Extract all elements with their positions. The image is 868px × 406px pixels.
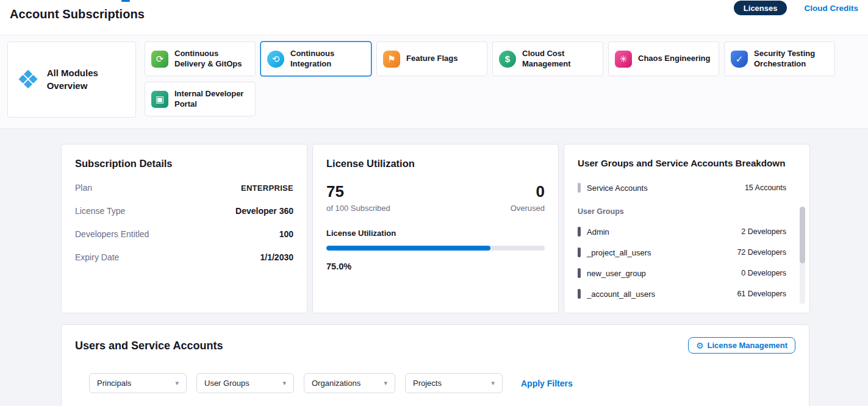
projects-select[interactable]: Projects ▾ <box>405 373 503 393</box>
utilization-progress-fill <box>326 246 490 251</box>
license-utilization-title: License Utilization <box>326 158 545 169</box>
licenses-button[interactable]: Licenses <box>734 1 787 15</box>
users-and-service-accounts-card: Users and Service Accounts ⚙ License Man… <box>61 324 809 406</box>
subscribed-caption: of 100 Subscribed <box>326 204 390 213</box>
page-header: Account Subscriptions Licenses Cloud Cre… <box>0 0 868 35</box>
row-value: 100 <box>279 229 293 239</box>
utilization-percent: 75.0% <box>326 262 545 271</box>
chevron-down-icon: ▾ <box>384 379 387 387</box>
row-value: ENTERPRISE <box>241 183 293 193</box>
ci-icon: ⟲ <box>267 51 284 68</box>
principals-select-label: Principals <box>97 379 131 388</box>
user-group-row: new_user_group 0 Developers <box>578 268 796 278</box>
module-card-label: Continuous Integration <box>290 49 365 69</box>
subscribed-stat: 75 of 100 Subscribed <box>326 183 390 213</box>
module-card-cloud-cost[interactable]: $ Cloud Cost Management <box>492 41 603 76</box>
overused-caption: Overused <box>511 204 545 213</box>
users-section-title: Users and Service Accounts <box>75 340 795 352</box>
module-card-internal-dev-portal[interactable]: ▣ Internal Developer Portal <box>145 82 256 116</box>
user-group-row: _project_all_users 72 Developers <box>578 248 796 257</box>
subscription-details-card: Subscription Details Plan ENTERPRISE Lic… <box>61 144 307 313</box>
module-card-label: Internal Developer Portal <box>174 89 249 110</box>
service-accounts-bar-icon <box>578 183 581 193</box>
organizations-select-label: Organizations <box>312 379 360 388</box>
module-card-continuous-delivery[interactable]: ⟳ Continuous Delivery & GitOps <box>145 41 256 76</box>
modules-band: ❖ All Modules Overview ⟳ Continuous Deli… <box>0 35 868 129</box>
subscription-row: Developers Entitled 100 <box>75 229 293 239</box>
user-groups-select[interactable]: User Groups ▾ <box>196 373 294 393</box>
row-label: License Type <box>75 206 125 216</box>
overused-count: 0 <box>511 183 545 201</box>
user-group-name: Admin <box>587 227 741 237</box>
utilization-bar-label: License Utilization <box>326 229 545 238</box>
all-modules-label: All Modules Overview <box>47 67 103 92</box>
user-group-name: _account_all_users <box>587 290 737 299</box>
license-management-button[interactable]: ⚙ License Management <box>688 337 795 354</box>
filters-row: Principals ▾ User Groups ▾ Organizations… <box>89 373 795 393</box>
principals-select[interactable]: Principals ▾ <box>89 373 187 393</box>
module-card-continuous-integration[interactable]: ⟲ Continuous Integration <box>260 41 371 76</box>
breadcrumb-fragment[interactable] <box>121 0 130 2</box>
module-card-label: Cloud Cost Management <box>522 49 597 69</box>
row-value: Developer 360 <box>235 206 293 216</box>
user-group-name: _project_all_users <box>587 248 737 257</box>
subscription-row: Expiry Date 1/1/2030 <box>75 252 293 262</box>
chevron-down-icon: ▾ <box>175 379 179 387</box>
utilization-progress-track <box>326 246 545 251</box>
user-group-count: 2 Developers <box>741 227 786 236</box>
license-utilization-card: License Utilization 75 of 100 Subscribed… <box>312 144 559 313</box>
organizations-select[interactable]: Organizations ▾ <box>304 373 395 393</box>
service-accounts-row: Service Accounts 15 Accounts <box>578 183 796 193</box>
main-content: Subscription Details Plan ENTERPRISE Lic… <box>0 130 868 406</box>
breakdown-scrollbar[interactable] <box>800 207 805 304</box>
module-cards: ⟳ Continuous Delivery & GitOps ⟲ Continu… <box>145 41 840 116</box>
cd-gitops-icon: ⟳ <box>151 51 168 68</box>
all-modules-overview-card[interactable]: ❖ All Modules Overview <box>7 41 136 118</box>
user-group-row: _account_all_users 61 Developers <box>578 289 796 299</box>
module-card-label: Continuous Delivery & GitOps <box>174 49 249 69</box>
user-group-count: 72 Developers <box>737 248 786 257</box>
row-label: Developers Entitled <box>75 229 149 239</box>
breakdown-title: User Groups and Service Accounts Breakdo… <box>578 158 796 168</box>
page-title: Account Subscriptions <box>10 7 145 21</box>
chevron-down-icon: ▾ <box>282 379 286 387</box>
user-group-count: 0 Developers <box>741 269 786 277</box>
gear-icon: ⚙ <box>696 341 704 350</box>
subscription-row: License Type Developer 360 <box>75 206 293 216</box>
user-group-bar-icon <box>578 289 581 299</box>
subscribed-count: 75 <box>326 183 390 201</box>
all-modules-icon: ❖ <box>16 67 40 93</box>
user-groups-select-label: User Groups <box>204 379 249 388</box>
user-group-bar-icon <box>578 248 581 257</box>
breakdown-card: User Groups and Service Accounts Breakdo… <box>564 144 810 313</box>
row-value: 1/1/2030 <box>260 252 294 262</box>
projects-select-label: Projects <box>413 379 442 388</box>
module-card-label: Security Testing Orchestration <box>754 49 828 69</box>
row-label: Expiry Date <box>75 252 119 262</box>
module-card-label: Chaos Engineering <box>638 54 710 64</box>
service-accounts-label: Service Accounts <box>587 183 745 193</box>
scrollbar-thumb[interactable] <box>800 207 805 263</box>
service-accounts-count: 15 Accounts <box>745 183 786 192</box>
header-actions: Licenses Cloud Credits <box>734 0 858 16</box>
user-group-bar-icon <box>578 268 581 278</box>
cloud-credits-link[interactable]: Cloud Credits <box>804 4 858 13</box>
user-groups-label: User Groups <box>578 207 796 216</box>
chevron-down-icon: ▾ <box>491 379 495 387</box>
chaos-icon: ✳ <box>615 51 632 68</box>
subscription-details-title: Subscription Details <box>75 158 293 169</box>
module-card-security-testing[interactable]: ✓ Security Testing Orchestration <box>724 41 835 76</box>
apply-filters-link[interactable]: Apply Filters <box>521 379 573 388</box>
user-group-bar-icon <box>578 227 581 237</box>
feature-flags-icon: ⚑ <box>383 51 400 68</box>
module-card-feature-flags[interactable]: ⚑ Feature Flags <box>376 41 487 76</box>
internal-dev-portal-icon: ▣ <box>151 91 168 108</box>
cloud-cost-icon: $ <box>499 51 516 68</box>
row-label: Plan <box>75 183 92 193</box>
user-group-name: new_user_group <box>587 269 741 278</box>
license-management-label: License Management <box>708 341 788 350</box>
module-card-chaos-engineering[interactable]: ✳ Chaos Engineering <box>608 41 719 76</box>
subscription-row: Plan ENTERPRISE <box>75 183 293 193</box>
module-card-label: Feature Flags <box>406 54 458 64</box>
security-testing-icon: ✓ <box>731 51 748 68</box>
